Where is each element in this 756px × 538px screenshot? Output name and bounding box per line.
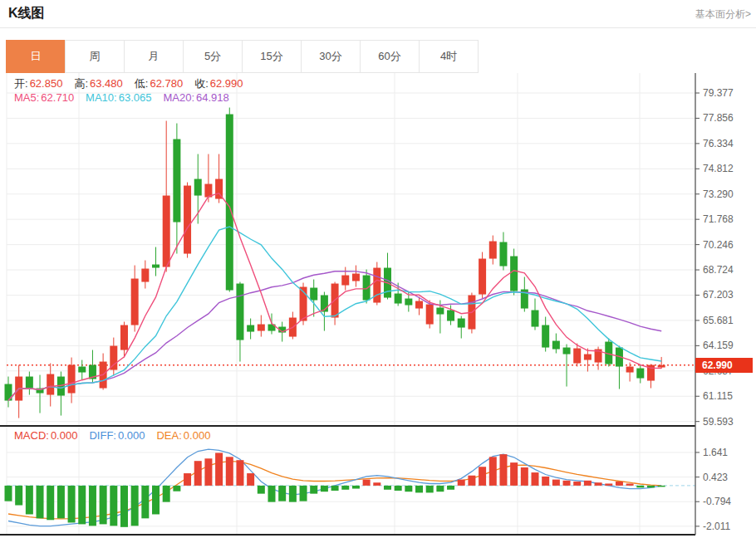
- main-axis-label: 77.856: [703, 112, 734, 124]
- macd-bar: [636, 486, 644, 487]
- main-axis-label: 67.203: [703, 289, 734, 301]
- macd-bar: [658, 486, 665, 487]
- macd-axis-label: -2.011: [703, 521, 730, 532]
- ohlc-row-value-0: 62.850: [30, 77, 63, 90]
- macd-bar: [595, 482, 602, 486]
- candle: [458, 316, 465, 339]
- macd-bar: [468, 476, 475, 486]
- macd-row-value-1: 0.000: [118, 429, 145, 442]
- main-axis-label: 71.768: [703, 213, 734, 225]
- candle: [352, 266, 360, 287]
- macd-bar: [373, 482, 380, 486]
- macd-bar: [458, 480, 465, 486]
- macd-row: MACD:0.000DIFF:0.000DEA:0.000: [14, 429, 222, 442]
- candle: [341, 267, 349, 291]
- candle: [489, 236, 497, 265]
- macd-bar: [321, 486, 328, 492]
- main-axis-label: 65.681: [703, 315, 734, 326]
- macd-axis-label: -0.794: [703, 496, 731, 507]
- ohlc-row-value-3: 62.990: [210, 77, 243, 90]
- macd-bar: [489, 457, 497, 486]
- macd-bar: [141, 486, 149, 518]
- ma-row-label-2: MA20:: [163, 91, 194, 104]
- ma-row-label-0: MA5:: [14, 91, 39, 104]
- macd-row-label-2: DEA:: [156, 429, 181, 442]
- macd-bar: [573, 482, 581, 486]
- macd-bar: [110, 486, 117, 526]
- macd-bar: [78, 486, 86, 525]
- main-axis-label: 64.159: [703, 340, 734, 351]
- macd-bar: [278, 486, 286, 501]
- macd-bar: [563, 481, 571, 486]
- candle: [521, 277, 528, 312]
- macd-bar: [15, 486, 22, 506]
- macd-bar: [647, 486, 655, 487]
- ma-row: MA5:62.710MA10:63.065MA20:64.918: [14, 91, 241, 104]
- macd-bar: [289, 486, 297, 502]
- macd-bar: [626, 483, 634, 485]
- candle: [173, 124, 180, 254]
- macd-bar: [226, 457, 233, 486]
- macd-bar: [300, 486, 307, 501]
- macd-axis-label: 0.423: [703, 472, 728, 483]
- macd-bar: [258, 486, 265, 494]
- macd-bar: [37, 486, 44, 518]
- macd-bar: [363, 480, 371, 486]
- macd-bar: [405, 486, 412, 492]
- macd-bar: [384, 486, 391, 490]
- macd-bar: [26, 486, 33, 515]
- macd-bar: [173, 486, 180, 492]
- macd-row-label-0: MACD:: [14, 429, 49, 442]
- macd-bar: [184, 473, 191, 486]
- macd-bar: [447, 486, 454, 490]
- macd-row-label-1: DIFF:: [89, 429, 116, 442]
- main-axis-label: 61.115: [703, 390, 733, 402]
- main-axis-label: 73.290: [703, 188, 734, 200]
- main-axis-label: 70.246: [703, 239, 734, 251]
- macd-axis-label: 1.641: [703, 447, 728, 458]
- macd-bar: [204, 458, 212, 486]
- candle: [204, 154, 212, 203]
- macd-bar: [310, 486, 317, 494]
- ohlc-row-value-2: 62.780: [150, 77, 183, 90]
- ohlc-row-label-0: 开:: [14, 77, 28, 90]
- candle: [37, 375, 44, 413]
- macd-bar: [5, 486, 12, 501]
- candle: [584, 349, 592, 372]
- macd-bar: [542, 477, 549, 486]
- main-axis-label: 74.812: [703, 163, 734, 174]
- macd-bar: [100, 486, 107, 525]
- macd-histogram: [5, 452, 665, 526]
- macd-bar: [268, 486, 276, 502]
- candle: [78, 360, 86, 380]
- macd-bar: [616, 482, 623, 486]
- ma-row-value-1: 63.065: [119, 91, 152, 104]
- macd-bar: [341, 486, 349, 490]
- candle: [373, 262, 380, 306]
- macd-bar: [395, 486, 402, 491]
- candle: [184, 183, 191, 258]
- candle: [636, 365, 644, 384]
- candle: [331, 282, 339, 325]
- ma-row-value-0: 62.710: [41, 91, 74, 104]
- candle: [499, 232, 507, 271]
- macd-bar: [152, 486, 160, 515]
- macd-bar: [521, 467, 528, 486]
- macd-bar: [47, 486, 54, 520]
- candle: [595, 347, 602, 370]
- main-axis-label: 79.377: [703, 87, 734, 99]
- macd-bar: [131, 486, 139, 526]
- ohlc-row: 开:62.850高:63.480低:62.780收:62.990: [14, 76, 255, 91]
- macd-bar: [436, 486, 444, 492]
- macd-row-value-2: 0.000: [184, 429, 211, 442]
- macd-bar: [552, 480, 560, 486]
- candle: [532, 299, 539, 330]
- ma-row-value-2: 64.918: [196, 91, 229, 104]
- macd-bar: [415, 486, 423, 493]
- candle: [141, 261, 149, 289]
- candle: [321, 292, 328, 331]
- kline-page: { "header": { "title": "K线图", "link_labe…: [0, 0, 756, 538]
- macd-row-value-0: 0.000: [51, 429, 78, 442]
- candle: [26, 372, 33, 395]
- ohlc-row-label-3: 收:: [194, 77, 209, 90]
